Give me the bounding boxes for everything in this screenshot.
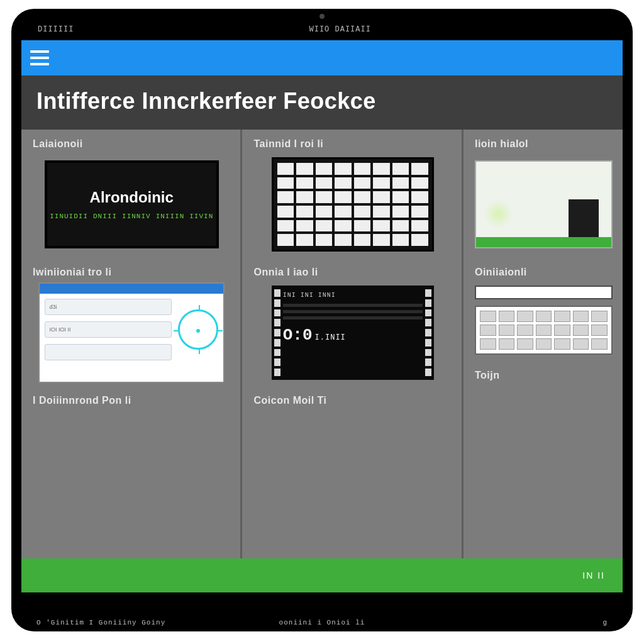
ground-strip xyxy=(476,237,611,247)
column-2: Tainnid I roi li xyxy=(242,130,463,558)
card-c3[interactable]: I Doiiinnrond Pon li xyxy=(21,386,240,413)
film-edge-icon xyxy=(423,286,434,380)
glow-icon xyxy=(484,199,513,228)
title-band: Intifferce Inncrkerfeer Feockce xyxy=(21,75,623,130)
compass-icon xyxy=(178,309,218,350)
keyboard-icon xyxy=(475,306,613,355)
calendar-grid-tile xyxy=(272,157,434,252)
card-c1[interactable]: Laiaionoii Alrondoinic IINUIDII DNIII II… xyxy=(21,130,240,258)
code-lines xyxy=(283,304,423,319)
terminal-tile-title: Alrondoinic xyxy=(90,189,174,206)
card-c6[interactable]: Coicon Moil Ti xyxy=(242,386,461,413)
card-c4-label: Tainnid I roi li xyxy=(253,138,451,150)
card-c7[interactable]: Iioin hiaIol xyxy=(464,130,623,258)
device-bottom-status: O 'Ginitim I Goniiiny Goiny ooniini i On… xyxy=(11,619,633,626)
app-screen: Intifferce Inncrkerfeer Feockce Laiaiono… xyxy=(21,40,623,592)
code-big-value: O:0I.INII xyxy=(283,326,423,345)
card-c5[interactable]: Onnia I iao li INI INI INNI O:0I.INII xyxy=(242,258,461,386)
window-row: d3i xyxy=(45,299,172,315)
card-c9[interactable]: Toijn xyxy=(464,361,623,387)
device-frame: DIIIIII WIIO DAIIAII Intifferce Inncrker… xyxy=(11,9,633,631)
app-bar xyxy=(21,40,623,75)
column-3: Iioin hiaIol Oiniiaionli xyxy=(464,130,623,558)
text-field[interactable] xyxy=(475,286,613,299)
terminal-tile: Alrondoinic IINUIDII DNIII IINNIV INIIIN… xyxy=(45,160,219,248)
card-c3-label: I Doiiinnrond Pon li xyxy=(33,395,230,406)
photo-tile xyxy=(475,160,613,248)
device-top-status: DIIIIII WIIO DAIIAII xyxy=(21,20,623,39)
form-tile xyxy=(475,286,613,355)
footer-bar: IN II xyxy=(21,558,623,592)
monolith-icon xyxy=(569,199,599,237)
code-header: INI INI INNI xyxy=(283,292,423,299)
hamburger-icon[interactable] xyxy=(30,50,49,65)
card-c9-label: Toijn xyxy=(475,370,613,381)
camera-dot xyxy=(319,14,325,19)
bottom-status-right: g xyxy=(602,619,608,626)
window-titlebar xyxy=(40,284,223,294)
card-c8-label: Oiniiaionli xyxy=(475,267,613,278)
status-center: WIIO DAIIAII xyxy=(309,25,371,34)
window-row: IOI IOI II xyxy=(45,321,172,338)
card-c8[interactable]: Oiniiaionli xyxy=(464,258,623,361)
terminal-tile-subtitle: IINUIDII DNIII IINNIV INIIIN IIVIN xyxy=(50,213,213,220)
bottom-status-center: ooniini i Onioi li xyxy=(279,619,365,626)
code-panel-tile: INI INI INNI O:0I.INII xyxy=(272,286,434,380)
card-c6-label: Coicon Moil Ti xyxy=(253,395,451,406)
page-title: Intifferce Inncrkerfeer Feockce xyxy=(36,88,608,114)
film-edge-icon xyxy=(272,286,283,380)
card-grid: Laiaionoii Alrondoinic IINUIDII DNIII II… xyxy=(21,130,623,558)
footer-right-text: IN II xyxy=(582,570,605,580)
status-left: DIIIIII xyxy=(38,25,74,34)
card-c7-label: Iioin hiaIol xyxy=(475,138,613,150)
card-c5-label: Onnia I iao li xyxy=(253,267,451,278)
card-c2[interactable]: Iwiniioniai tro li d3i IOI IOI II xyxy=(21,258,240,386)
card-c1-label: Laiaionoii xyxy=(33,138,230,150)
card-c4[interactable]: Tainnid I roi li xyxy=(242,130,461,258)
window-row xyxy=(45,344,172,360)
column-1: Laiaionoii Alrondoinic IINUIDII DNIII II… xyxy=(21,130,242,558)
bottom-status-left: O 'Ginitim I Goniiiny Goiny xyxy=(36,619,165,626)
card-c2-label: Iwiniioniai tro li xyxy=(33,267,230,278)
app-window-tile: d3i IOI IOI II xyxy=(38,282,225,383)
calendar-grid-icon xyxy=(277,163,428,246)
